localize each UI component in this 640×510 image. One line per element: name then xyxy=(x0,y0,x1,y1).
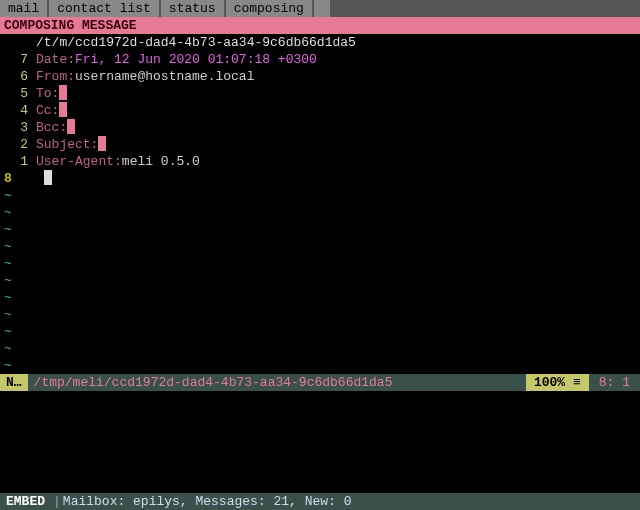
empty-line: ~ xyxy=(0,221,640,238)
gutter-1: 1 xyxy=(4,153,28,170)
gutter-blank xyxy=(4,34,28,51)
header-useragent-key: User-Agent: xyxy=(36,153,122,170)
cursor-bcc xyxy=(67,119,75,134)
empty-line: ~ xyxy=(0,255,640,272)
header-useragent-value: meli 0.5.0 xyxy=(122,153,200,170)
status-position: 8: 1 xyxy=(589,374,640,391)
tab-bar: mail contact list status composing xyxy=(0,0,640,17)
file-header-path: /t/m/ccd1972d-dad4-4b73-aa34-9c6db66d1da… xyxy=(36,34,356,51)
gutter-4: 4 xyxy=(4,102,28,119)
header-from-key: From: xyxy=(36,68,75,85)
tab-composing[interactable]: composing xyxy=(226,0,312,17)
editor-statusline: N… /tmp/meli/ccd1972d-dad4-4b73-aa34-9c6… xyxy=(0,374,640,391)
gutter-2: 2 xyxy=(4,136,28,153)
cursor-subject xyxy=(98,136,106,151)
header-to-key: To: xyxy=(36,85,59,102)
cursor-body xyxy=(44,170,52,185)
gutter-5: 5 xyxy=(4,85,28,102)
header-from-value: username@hostname.local xyxy=(75,68,254,85)
empty-line: ~ xyxy=(0,289,640,306)
header-bcc-key: Bcc: xyxy=(36,119,67,136)
gutter-7: 7 xyxy=(4,51,28,68)
bottom-text: Mailbox: epilys, Messages: 21, New: 0 xyxy=(63,493,352,510)
status-path: /tmp/meli/ccd1972d-dad4-4b73-aa34-9c6db6… xyxy=(28,374,526,391)
tab-mail[interactable]: mail xyxy=(0,0,47,17)
empty-line: ~ xyxy=(0,204,640,221)
bottom-sep: | xyxy=(51,493,63,510)
empty-line: ~ xyxy=(0,238,640,255)
empty-line: ~ xyxy=(0,187,640,204)
bottom-mode: EMBED xyxy=(0,493,51,510)
empty-line: ~ xyxy=(0,357,640,374)
cursor-to xyxy=(59,85,67,100)
editor-area[interactable]: /t/m/ccd1972d-dad4-4b73-aa34-9c6db66d1da… xyxy=(0,34,640,187)
header-subject-key: Subject: xyxy=(36,136,98,153)
empty-line: ~ xyxy=(0,272,640,289)
header-cc-key: Cc: xyxy=(36,102,59,119)
composing-titlebar: COMPOSING MESSAGE xyxy=(0,17,640,34)
tab-spacer xyxy=(330,0,638,17)
empty-line: ~ xyxy=(0,306,640,323)
tab-status[interactable]: status xyxy=(161,0,224,17)
gutter-6: 6 xyxy=(4,68,28,85)
tab-contact-list[interactable]: contact list xyxy=(49,0,159,17)
empty-line: ~ xyxy=(0,323,640,340)
gutter-8-active: 8 xyxy=(4,170,20,187)
app-statusbar: EMBED | Mailbox: epilys, Messages: 21, N… xyxy=(0,493,640,510)
empty-line: ~ xyxy=(0,340,640,357)
cursor-cc xyxy=(59,102,67,117)
status-mode: N… xyxy=(0,374,28,391)
tab-trail xyxy=(314,0,330,17)
header-date-key: Date: xyxy=(36,51,75,68)
header-date-value: Fri, 12 Jun 2020 01:07:18 +0300 xyxy=(75,51,317,68)
status-percent: 100% ≡ xyxy=(526,374,589,391)
gutter-3: 3 xyxy=(4,119,28,136)
